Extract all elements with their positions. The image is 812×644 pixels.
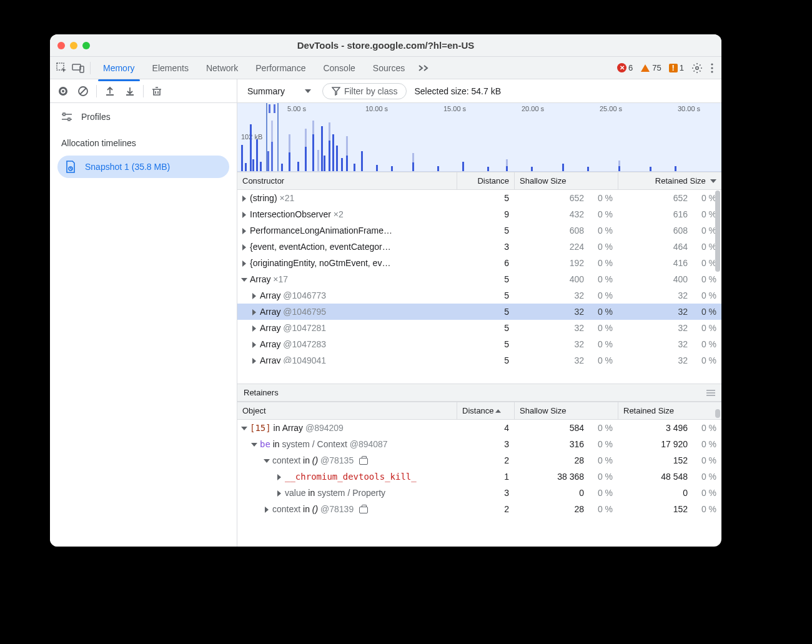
retainers-header[interactable]: Retainers — [237, 384, 721, 402]
constructor-row[interactable]: PerformanceLongAnimationFrame…56080 %608… — [237, 222, 721, 239]
window-title: DevTools - store.google.com/?hl=en-US — [50, 40, 721, 51]
svg-point-5 — [711, 67, 713, 69]
svg-line-8 — [80, 88, 86, 94]
gc-icon[interactable] — [150, 84, 164, 98]
tab-memory[interactable]: Memory — [101, 59, 137, 77]
timeline-tick: 25.00 s — [600, 105, 622, 112]
retainer-row[interactable]: context in () @78135 2280 %1520 % — [237, 452, 721, 468]
col-distance[interactable]: Distance — [457, 172, 514, 189]
inspect-icon[interactable] — [54, 60, 70, 76]
warning-count[interactable]: 75 — [640, 63, 661, 72]
constructor-row[interactable]: Array @10472835320 %320 % — [237, 336, 721, 352]
more-tabs-icon[interactable] — [416, 60, 432, 76]
constructor-row[interactable]: Array ×1754000 %4000 % — [237, 271, 721, 287]
retainer-row[interactable]: context in () @78139 2280 %1520 % — [237, 501, 721, 517]
snapshot-icon — [65, 161, 76, 173]
retainer-row[interactable]: be in system / Context @89408733160 %17 … — [237, 436, 721, 452]
tab-performance[interactable]: Performance — [253, 59, 308, 77]
window-controls — [57, 42, 90, 49]
col-retained[interactable]: Retained Size — [618, 402, 721, 419]
constructor-row[interactable]: {originatingEntity, noGtmEvent, ev…61920… — [237, 255, 721, 271]
retainers-grid-header: Object Distance Shallow Size Retained Si… — [237, 402, 721, 420]
devtools-window: DevTools - store.google.com/?hl=en-US Me… — [50, 34, 721, 547]
constructor-row[interactable]: Array @10467955320 %320 % — [237, 304, 721, 320]
col-shallow[interactable]: Shallow Size — [514, 402, 618, 419]
svg-rect-10 — [68, 118, 70, 121]
minimize-icon[interactable] — [70, 42, 77, 49]
constructor-row[interactable]: Array @10472815320 %320 % — [237, 320, 721, 336]
main-panel: 5.00 s10.00 s15.00 s20.00 s25.00 s30.00 … — [237, 103, 721, 547]
tab-network[interactable]: Network — [204, 59, 240, 77]
tab-console[interactable]: Console — [320, 59, 357, 77]
svg-point-3 — [696, 66, 698, 69]
svg-point-4 — [711, 63, 713, 65]
filter-icon — [332, 87, 340, 96]
constructor-row[interactable]: IntersectionObserver ×294320 %6160 % — [237, 206, 721, 222]
main-tabs-bar: MemoryElementsNetworkPerformanceConsoleS… — [50, 57, 721, 79]
zoom-icon[interactable] — [82, 42, 90, 49]
view-dropdown[interactable]: Summary — [244, 84, 315, 99]
snapshot-item[interactable]: Snapshot 1 (35.8 MB) — [57, 156, 229, 178]
scrollbar-thumb[interactable] — [715, 191, 720, 272]
constructor-grid-header: Constructor Distance Shallow Size Retain… — [237, 172, 721, 190]
timeline-tick: 15.00 s — [443, 105, 466, 112]
scrollbar-thumb[interactable] — [715, 409, 720, 418]
allocation-timeline[interactable]: 5.00 s10.00 s15.00 s20.00 s25.00 s30.00 … — [237, 103, 721, 172]
timeline-tick: 30.00 s — [678, 105, 700, 112]
sort-desc-icon — [710, 179, 716, 183]
titlebar: DevTools - store.google.com/?hl=en-US — [50, 34, 721, 57]
save-icon[interactable] — [123, 84, 137, 98]
col-constructor[interactable]: Constructor — [237, 172, 457, 189]
retainers-grid[interactable]: [15] in Array @89420945840 %3 4960 %be i… — [237, 420, 721, 517]
svg-point-6 — [711, 71, 713, 72]
device-toolbar-icon[interactable] — [70, 60, 86, 76]
menu-icon[interactable] — [706, 390, 715, 396]
record-icon[interactable] — [56, 84, 70, 98]
kebab-icon[interactable] — [710, 62, 714, 74]
constructor-row[interactable]: (string) ×2156520 %6520 % — [237, 190, 721, 206]
sort-asc-icon — [495, 409, 501, 413]
timeline-tick: 5.00 s — [287, 105, 306, 112]
sliders-icon — [61, 112, 72, 121]
gear-icon[interactable] — [691, 62, 703, 74]
profiles-sidebar: Profiles Allocation timelines Snapshot 1… — [50, 103, 237, 547]
col-shallow[interactable]: Shallow Size — [514, 172, 618, 189]
timeline-selection[interactable] — [266, 103, 279, 171]
retainer-row[interactable]: [15] in Array @89420945840 %3 4960 % — [237, 420, 721, 436]
col-retained[interactable]: Retained Size — [618, 172, 721, 189]
selected-size-label: Selected size: 54.7 kB — [414, 86, 501, 96]
tab-sources[interactable]: Sources — [370, 59, 407, 77]
error-count[interactable]: ✕6 — [617, 63, 633, 72]
col-distance[interactable]: Distance — [457, 402, 514, 419]
issue-count[interactable]: !1 — [669, 63, 684, 72]
svg-rect-1 — [72, 64, 81, 70]
timeline-tick: 20.00 s — [522, 105, 544, 112]
svg-rect-9 — [63, 113, 65, 116]
filter-input[interactable]: Filter by class — [322, 83, 407, 99]
retainer-row[interactable]: __chromium_devtools_kill_138 3680 %48 54… — [237, 468, 721, 485]
clear-icon[interactable] — [76, 84, 90, 98]
constructor-grid[interactable]: (string) ×2156520 %6520 %IntersectionObs… — [237, 190, 721, 384]
constructor-row[interactable]: {event, eventAction, eventCategor…32240 … — [237, 239, 721, 255]
close-icon[interactable] — [57, 42, 65, 49]
allocation-timelines-label: Allocation timelines — [50, 127, 237, 152]
tab-elements[interactable]: Elements — [150, 59, 191, 77]
constructor-row[interactable]: Array @10490415320 %320 % — [237, 352, 721, 364]
profiles-header[interactable]: Profiles — [50, 107, 237, 127]
memory-toolbar: Summary Filter by class Selected size: 5… — [50, 79, 721, 103]
status-counters: ✕6 75 !1 — [617, 62, 714, 74]
timeline-tick: 10.00 s — [365, 105, 388, 112]
load-icon[interactable] — [103, 84, 117, 98]
col-object[interactable]: Object — [237, 402, 457, 419]
retainer-row[interactable]: value in system / Property300 %00 % — [237, 485, 721, 501]
constructor-row[interactable]: Array @10467735320 %320 % — [237, 287, 721, 304]
